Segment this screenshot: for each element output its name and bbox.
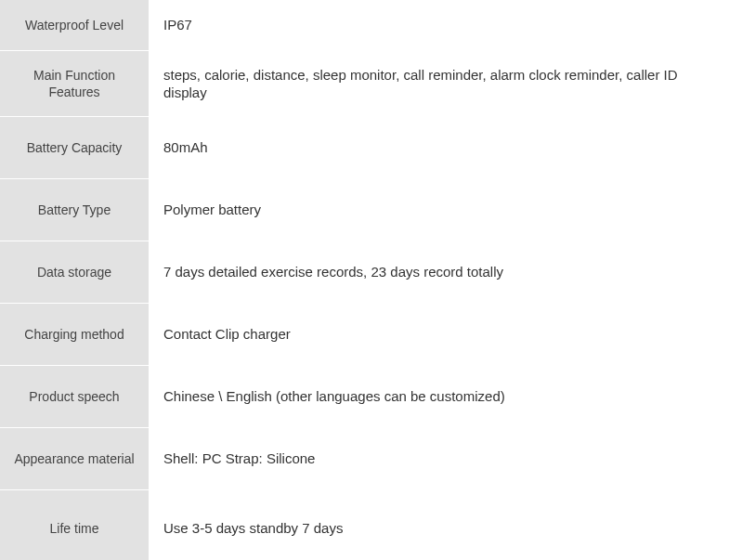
spec-label: Battery Type [0,179,149,241]
spec-value: IP67 [149,0,729,50]
spec-value: Polymer battery [149,179,729,241]
table-row: Waterproof Level IP67 [0,0,729,51]
spec-value: 7 days detailed exercise records, 23 day… [149,241,729,303]
table-row: Battery Capacity 80mAh [0,117,729,179]
table-row: Charging method Contact Clip charger [0,304,729,366]
spec-label: Data storage [0,241,149,303]
spec-label: Charging method [0,304,149,365]
spec-value: Contact Clip charger [149,304,729,365]
spec-table: Waterproof Level IP67 Main Function Feat… [0,0,729,560]
table-row: Appearance material Shell: PC Strap: Sil… [0,428,729,490]
spec-label: Life time [0,490,149,560]
spec-value: 80mAh [149,117,729,178]
spec-value: Use 3-5 days standby 7 days [149,490,729,560]
spec-value: steps, calorie, distance, sleep monitor,… [149,51,729,116]
spec-value: Shell: PC Strap: Silicone [149,428,729,489]
spec-label: Product speech [0,366,149,427]
spec-label: Appearance material [0,428,149,489]
table-row: Life time Use 3-5 days standby 7 days [0,490,729,560]
spec-label: Battery Capacity [0,117,149,178]
table-row: Battery Type Polymer battery [0,179,729,241]
table-row: Data storage 7 days detailed exercise re… [0,241,729,304]
spec-value: Chinese \ English (other languages can b… [149,366,729,427]
table-row: Product speech Chinese \ English (other … [0,366,729,428]
spec-label: Waterproof Level [0,0,149,50]
spec-label: Main Function Features [0,51,149,116]
table-row: Main Function Features steps, calorie, d… [0,51,729,117]
